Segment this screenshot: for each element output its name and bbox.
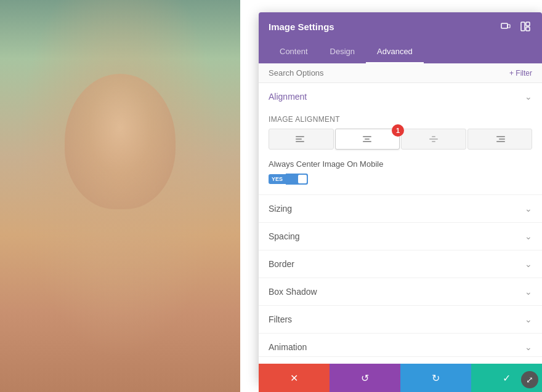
align-split-option[interactable] [401, 129, 466, 150]
cancel-button[interactable]: ✕ [259, 364, 330, 392]
sizing-section-header[interactable]: Sizing ⌄ [259, 195, 542, 222]
align-center-icon [362, 135, 373, 143]
sizing-title: Sizing [269, 204, 292, 214]
filter-button[interactable]: + Filter [509, 69, 532, 78]
alignment-badge: 1 [392, 124, 404, 137]
alignment-chevron: ⌄ [525, 92, 532, 102]
action-bar: ✕ ↺ ↻ ✓ [259, 364, 542, 392]
alignment-options: 1 [269, 129, 532, 150]
header-icons [499, 20, 532, 33]
panel-header: Image Settings [259, 12, 542, 41]
reset-icon: ↺ [361, 372, 369, 384]
svg-rect-1 [508, 25, 510, 28]
animation-section-header[interactable]: Animation ⌄ [259, 334, 542, 356]
alignment-title: Alignment [269, 92, 307, 102]
spacing-section-header[interactable]: Spacing ⌄ [259, 223, 542, 250]
search-input[interactable] [269, 68, 509, 78]
alignment-section: Alignment ⌄ Image Alignment [259, 83, 542, 195]
panel-body: Alignment ⌄ Image Alignment [259, 83, 542, 356]
spacing-section: Spacing ⌄ [259, 223, 542, 250]
redo-button[interactable]: ↻ [400, 364, 471, 392]
toggle-row: YES [269, 174, 532, 185]
sizing-section: Sizing ⌄ [259, 195, 542, 223]
alignment-content: Image Alignment [259, 110, 542, 194]
align-left-icon [296, 135, 307, 143]
animation-section: Animation ⌄ [259, 334, 542, 356]
settings-panel: Image Settings Content Design Advanced [259, 12, 542, 382]
align-split-icon [428, 135, 439, 143]
box-shadow-section-header[interactable]: Box Shadow ⌄ [259, 278, 542, 305]
svg-rect-3 [526, 22, 530, 26]
spacing-title: Spacing [269, 231, 300, 241]
toggle-yes-label: YES [269, 174, 286, 184]
redo-icon: ↻ [432, 372, 440, 384]
toggle-knob [298, 175, 307, 183]
tab-content[interactable]: Content [269, 41, 319, 63]
save-icon: ✓ [503, 372, 511, 384]
layout-icon[interactable] [519, 20, 532, 33]
tab-advanced[interactable]: Advanced [366, 41, 424, 63]
border-chevron: ⌄ [525, 259, 532, 269]
align-center-option[interactable]: 1 [335, 129, 400, 150]
border-section-header[interactable]: Border ⌄ [259, 250, 542, 278]
svg-rect-4 [526, 27, 530, 31]
box-shadow-section: Box Shadow ⌄ [259, 278, 542, 306]
animation-chevron: ⌄ [525, 342, 532, 352]
filters-section: Filters ⌄ [259, 306, 542, 334]
toggle-switch[interactable] [286, 174, 308, 185]
image-alignment-label: Image Alignment [269, 115, 532, 124]
svg-rect-2 [521, 22, 525, 31]
border-title: Border [269, 259, 294, 269]
filters-chevron: ⌄ [525, 314, 532, 324]
tab-design[interactable]: Design [319, 41, 366, 63]
spacing-chevron: ⌄ [525, 231, 532, 241]
tabs-bar: Content Design Advanced [259, 41, 542, 63]
border-section: Border ⌄ [259, 250, 542, 278]
toggle-label: Always Center Image On Mobile [269, 159, 532, 169]
filters-section-header[interactable]: Filters ⌄ [259, 306, 542, 333]
fab-icon: ⤢ [526, 375, 533, 385]
box-shadow-title: Box Shadow [269, 287, 317, 297]
alignment-section-header[interactable]: Alignment ⌄ [259, 83, 542, 110]
panel-title: Image Settings [269, 22, 334, 32]
align-right-icon [494, 135, 505, 143]
align-left-option[interactable] [269, 129, 334, 150]
box-shadow-chevron: ⌄ [525, 287, 532, 297]
search-bar: + Filter [259, 63, 542, 83]
cancel-icon: ✕ [290, 372, 298, 384]
fab-button[interactable]: ⤢ [521, 371, 538, 388]
svg-rect-0 [501, 23, 508, 28]
animation-title: Animation [269, 342, 307, 352]
background-photo [0, 0, 240, 392]
reset-button[interactable]: ↺ [330, 364, 400, 392]
toggle-wrap[interactable]: YES [269, 174, 308, 185]
filters-title: Filters [269, 314, 292, 324]
align-right-option[interactable] [467, 129, 533, 150]
sizing-chevron: ⌄ [525, 204, 532, 214]
responsive-icon[interactable] [499, 20, 512, 33]
